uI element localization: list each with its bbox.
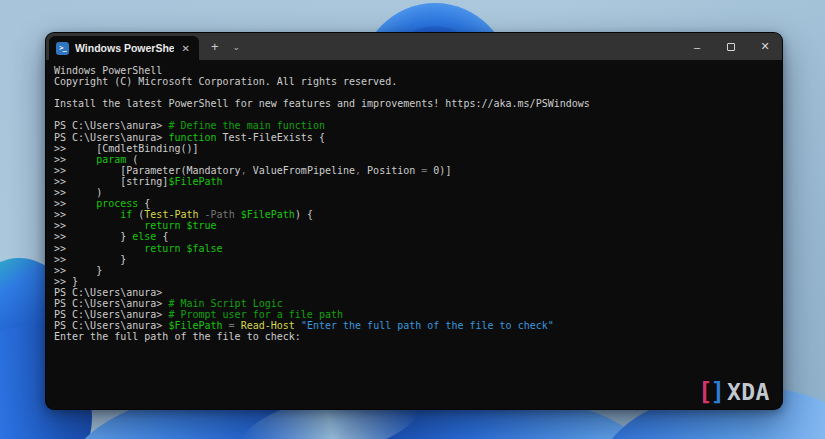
close-button[interactable]: ✕ <box>748 33 782 60</box>
tab-close-icon[interactable]: ✕ <box>180 43 192 54</box>
terminal-window: >_ Windows PowerShell ✕ + ⌄ – ✕ Windows … <box>45 32 783 410</box>
terminal-line: Copyright (C) Microsoft Corporation. All… <box>54 76 774 87</box>
terminal-line <box>54 87 774 98</box>
tab-dropdown-button[interactable]: ⌄ <box>233 42 241 52</box>
terminal-line: Windows PowerShell <box>54 65 774 76</box>
minimize-button[interactable]: – <box>680 33 714 60</box>
xda-bracket-right: ] <box>710 380 722 404</box>
terminal-line: >> return $true <box>54 220 774 231</box>
xda-watermark: [ ] XDA <box>698 379 770 405</box>
terminal-line: PS C:\Users\anura> function Test-FileExi… <box>54 132 774 143</box>
tab-windows-powershell[interactable]: >_ Windows PowerShell ✕ <box>49 36 199 60</box>
xda-logo-text: XDA <box>727 379 770 405</box>
terminal-line: PS C:\Users\anura> $FilePath = Read-Host… <box>54 320 774 331</box>
terminal-line: PS C:\Users\anura> # Define the main fun… <box>54 120 774 131</box>
powershell-icon: >_ <box>56 42 69 55</box>
terminal-line: PS C:\Users\anura> <box>54 287 774 298</box>
titlebar[interactable]: >_ Windows PowerShell ✕ + ⌄ – ✕ <box>46 33 782 60</box>
terminal-line: >> [Parameter(Mandatory, ValueFromPipeli… <box>54 165 774 176</box>
terminal-line: >> param ( <box>54 154 774 165</box>
terminal-line: >> } <box>54 276 774 287</box>
terminal-line: >> process { <box>54 198 774 209</box>
terminal-line: >> return $false <box>54 243 774 254</box>
new-tab-button[interactable]: + <box>211 39 219 54</box>
maximize-button[interactable] <box>714 33 748 60</box>
terminal-line: >> } else { <box>54 231 774 242</box>
tab-title: Windows PowerShell <box>75 42 174 54</box>
terminal-line: Install the latest PowerShell for new fe… <box>54 98 774 109</box>
terminal-line: >> [string]$FilePath <box>54 176 774 187</box>
terminal-line: >> if (Test-Path -Path $FilePath) { <box>54 209 774 220</box>
terminal-line: >> ) <box>54 187 774 198</box>
xda-bracket-left: [ <box>698 380 710 404</box>
window-controls: – ✕ <box>680 33 782 60</box>
terminal-line <box>54 109 774 120</box>
terminal-output[interactable]: Windows PowerShellCopyright (C) Microsof… <box>46 60 782 342</box>
maximize-icon <box>727 43 735 51</box>
terminal-line: >> [CmdletBinding()] <box>54 143 774 154</box>
terminal-line: Enter the full path of the file to check… <box>54 331 774 342</box>
terminal-line: >> } <box>54 254 774 265</box>
terminal-line: PS C:\Users\anura> # Prompt user for a f… <box>54 309 774 320</box>
terminal-line: >> } <box>54 265 774 276</box>
terminal-line: PS C:\Users\anura> # Main Script Logic <box>54 298 774 309</box>
